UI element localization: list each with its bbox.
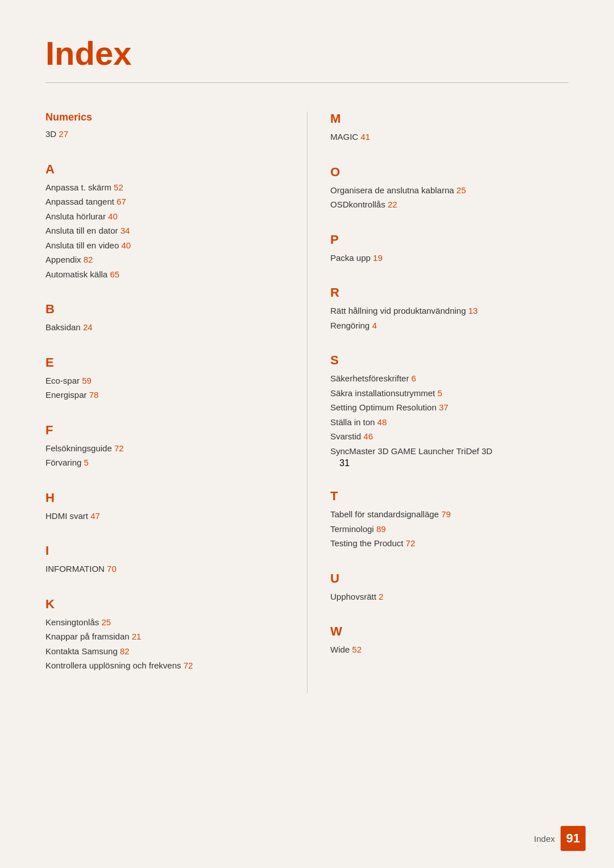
entry-page-num: 70: [107, 564, 117, 574]
section-letter: F: [45, 423, 284, 438]
section-letter: W: [330, 624, 569, 639]
entry-page-num: 48: [377, 417, 387, 427]
index-entry: 3D 27: [45, 127, 284, 142]
index-section: HHDMI svart 47: [45, 491, 284, 524]
index-entry: Säkra installationsutrymmet 5: [330, 386, 569, 401]
entry-text: Testing the Product: [330, 538, 406, 548]
index-entry: Kontakta Samsung 82: [45, 644, 284, 659]
entry-page-num: 2: [379, 592, 383, 601]
entry-page-num: 82: [84, 255, 93, 264]
entry-text: Appendix: [45, 255, 84, 264]
section-letter: T: [330, 489, 569, 504]
entry-text: Automatisk källa: [45, 269, 110, 279]
entry-text: Kontrollera upplösning och frekvens: [45, 661, 184, 670]
entry-page-num: 4: [372, 321, 376, 330]
entry-text: Säkra installationsutrymmet: [330, 388, 437, 398]
index-entry: Packa upp 19: [330, 251, 569, 265]
index-section: KKensingtonlås 25Knappar på framsidan 21…: [45, 597, 284, 673]
index-section: AAnpassa t. skärm 52Anpassad tangent 67A…: [45, 162, 284, 282]
entry-text: Terminologi: [330, 524, 376, 534]
index-entry: Energispar 78: [45, 388, 284, 402]
page-title: Index: [45, 34, 569, 72]
entry-page-num: 34: [121, 226, 130, 235]
index-section: FFelsökningsguide 72Förvaring 5: [45, 423, 284, 470]
entry-page-num: 52: [352, 645, 362, 654]
index-section: IINFORMATION 70: [45, 543, 284, 576]
entry-text: Upphovsrätt: [330, 592, 379, 601]
entry-page-num: 13: [468, 306, 478, 315]
section-letter: I: [45, 543, 284, 558]
index-entry: Kensingtonlås 25: [45, 615, 284, 630]
index-entry: Svarstid 46: [330, 429, 569, 444]
index-entry: Anpassa t. skärm 52: [45, 180, 284, 195]
section-letter: H: [45, 491, 284, 505]
index-entry: Anpassad tangent 67: [45, 194, 284, 209]
index-entry: Automatisk källa 65: [45, 267, 284, 282]
entry-page-num: 47: [90, 511, 100, 521]
entry-text: Organisera de anslutna kablarna: [330, 185, 457, 195]
index-entry: MAGIC 41: [330, 130, 569, 144]
index-section: WWide 52: [330, 624, 569, 657]
section-letter: U: [330, 571, 569, 586]
entry-page-num: 40: [108, 211, 118, 221]
section-letter: M: [330, 111, 569, 126]
index-entry: Rengöring 4: [330, 318, 569, 333]
index-entry: Rätt hållning vid produktanvändning 13: [330, 304, 569, 318]
entry-page-num: 31: [339, 458, 350, 468]
page: Index Numerics3D 27AAnpassa t. skärm 52A…: [0, 0, 614, 868]
footer-label: Index: [534, 834, 555, 844]
index-section: OOrganisera de anslutna kablarna 25OSDko…: [330, 165, 569, 212]
index-entry: Felsökningsguide 72: [45, 441, 284, 456]
index-entry: Ansluta till en video 40: [45, 238, 284, 253]
entry-page-num: 6: [412, 373, 416, 383]
right-column: MMAGIC 41OOrganisera de anslutna kablarn…: [307, 111, 569, 693]
entry-text: MAGIC: [330, 132, 360, 142]
index-entry: OSDkontrollås 22: [330, 197, 569, 212]
entry-text: Ansluta till en video: [45, 240, 121, 250]
index-entry: Säkerhetsföreskrifter 6: [330, 371, 569, 386]
entry-page-num: 27: [59, 129, 68, 139]
entry-page-num: 25: [101, 617, 111, 627]
index-entry: Knappar på framsidan 21: [45, 629, 284, 644]
index-section: BBaksidan 24: [45, 302, 284, 335]
index-section: Numerics3D 27: [45, 111, 284, 142]
index-entry: Testing the Product 72: [330, 536, 569, 551]
section-letter: Numerics: [45, 111, 284, 123]
index-entry: SyncMaster 3D GAME Launcher TriDef 3D: [330, 444, 569, 459]
index-section: RRätt hållning vid produktanvändning 13R…: [330, 285, 569, 333]
index-entry: HDMI svart 47: [45, 509, 284, 524]
entry-text: HDMI svart: [45, 511, 90, 521]
entry-page-num: 21: [132, 632, 142, 641]
index-section: SSäkerhetsföreskrifter 6Säkra installati…: [330, 353, 569, 468]
index-section: PPacka upp 19: [330, 232, 569, 265]
entry-text: Eco-spar: [45, 376, 82, 385]
index-section: MMAGIC 41: [330, 111, 569, 144]
entry-page-num: 19: [373, 253, 383, 263]
entry-text: Baksidan: [45, 322, 83, 332]
index-entry: Organisera de anslutna kablarna 25: [330, 183, 569, 198]
index-entry: Kontrollera upplösning och frekvens 72: [45, 658, 284, 673]
entry-page-num: 5: [437, 388, 442, 398]
entry-text: Anpassa t. skärm: [45, 182, 114, 192]
entry-page-num: 52: [114, 182, 123, 192]
section-letter: R: [330, 285, 569, 300]
index-section: TTabell för standardsignalläge 79Termino…: [330, 489, 569, 551]
section-letter: B: [45, 302, 284, 317]
entry-text: Packa upp: [330, 253, 373, 263]
entry-text: Energispar: [45, 390, 89, 400]
index-entry: Ställa in ton 48: [330, 415, 569, 430]
index-columns: Numerics3D 27AAnpassa t. skärm 52Anpassa…: [45, 111, 569, 693]
entry-page-num: 59: [82, 376, 92, 385]
index-entry: Tabell för standardsignalläge 79: [330, 507, 569, 522]
entry-text: Ställa in ton: [330, 417, 377, 427]
index-entry: INFORMATION 70: [45, 562, 284, 576]
index-section: EEco-spar 59Energispar 78: [45, 355, 284, 402]
section-letter: P: [330, 232, 569, 247]
entry-text: Rengöring: [330, 321, 372, 330]
entry-page-num: 65: [110, 269, 119, 279]
index-entry: Terminologi 89: [330, 522, 569, 537]
section-letter: A: [45, 162, 284, 177]
index-entry: Setting Optimum Resolution 37: [330, 400, 569, 415]
entry-page-num: 37: [439, 402, 449, 412]
entry-text: Tabell för standardsignalläge: [330, 509, 441, 519]
